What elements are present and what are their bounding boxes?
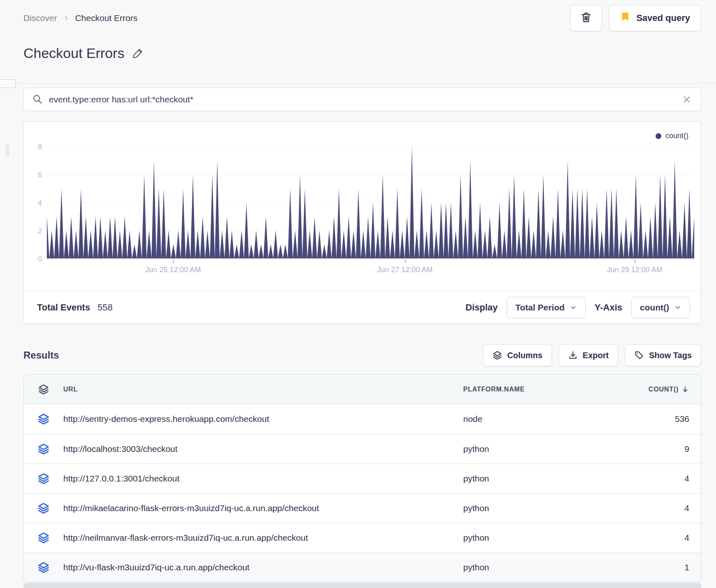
x-axis-tick-label: Jun 29 12:00 AM: [607, 266, 663, 274]
search-icon: [32, 94, 43, 105]
trash-icon: [580, 11, 592, 25]
column-header-url[interactable]: URL: [63, 386, 463, 393]
layers-icon[interactable]: [24, 561, 63, 574]
total-events-label: Total Events: [37, 302, 90, 313]
platform-cell: python: [463, 474, 644, 484]
close-icon[interactable]: [682, 95, 692, 104]
search-input[interactable]: [49, 95, 676, 104]
tag-icon: [634, 350, 644, 360]
total-events: Total Events 558: [37, 302, 113, 313]
table-row[interactable]: http://localhost:3003/checkout python 9: [24, 434, 701, 463]
chevron-down-icon: [570, 304, 577, 311]
page: Discover Checkout Errors: [0, 0, 716, 588]
breadcrumb-discover-link[interactable]: Discover: [23, 13, 57, 23]
layers-icon[interactable]: [24, 413, 63, 425]
chart-x-axis-labels: Jun 25 12:00 AMJun 27 12:00 AMJun 29 12:…: [47, 266, 694, 275]
title-row: Checkout Errors: [23, 43, 701, 63]
layers-icon[interactable]: [24, 472, 63, 485]
table-row[interactable]: http://neilmanvar-flask-errors-m3uuizd7i…: [24, 523, 701, 552]
y-axis-tick-label: 2: [38, 227, 42, 236]
page-title: Checkout Errors: [23, 45, 125, 61]
column-header-platform[interactable]: PLATFORM.NAME: [463, 386, 644, 393]
count-cell: 4: [644, 474, 689, 484]
total-events-value: 558: [97, 302, 113, 313]
chevron-down-icon: [674, 304, 681, 311]
url-cell[interactable]: http://neilmanvar-flask-errors-m3uuizd7i…: [63, 533, 463, 543]
chart-plot[interactable]: [47, 144, 694, 259]
show-tags-button-label: Show Tags: [649, 351, 692, 360]
table-row[interactable]: http://vu-flask-m3uuizd7iq-uc.a.run.app/…: [24, 552, 701, 582]
url-cell[interactable]: http://localhost:3003/checkout: [63, 444, 463, 454]
display-dropdown[interactable]: Total Period: [507, 297, 586, 318]
chart-y-axis-labels: 02468: [24, 144, 42, 259]
layers-icon[interactable]: [24, 384, 63, 395]
breadcrumb-current: Checkout Errors: [75, 13, 138, 23]
next-section-edge: [23, 583, 701, 588]
header-actions: Saved query: [570, 5, 701, 31]
yaxis-label: Y-Axis: [595, 302, 622, 313]
display-dropdown-value: Total Period: [515, 303, 565, 313]
chart-legend[interactable]: count(): [656, 132, 688, 140]
platform-cell: python: [463, 563, 644, 572]
yaxis-dropdown-value: count(): [640, 303, 669, 313]
url-cell[interactable]: http://sentry-demos-express.herokuapp.co…: [63, 414, 463, 424]
download-icon: [568, 350, 578, 360]
sidebar-collapse-handle[interactable]: [6, 145, 9, 157]
bookmark-icon: [620, 12, 631, 25]
count-cell: 4: [644, 503, 689, 513]
page-divider: [0, 83, 716, 83]
layers-icon[interactable]: [24, 502, 63, 514]
chart-x-axis-ticks: [47, 260, 694, 263]
count-cell: 1: [644, 563, 689, 572]
display-label: Display: [466, 302, 498, 313]
column-header-count[interactable]: COUNT(): [644, 385, 689, 394]
platform-cell: python: [463, 503, 644, 513]
platform-cell: python: [463, 444, 644, 454]
y-axis-tick-label: 0: [38, 255, 42, 264]
table-row[interactable]: http://127.0.0.1:3001/checkout python 4: [24, 463, 701, 493]
x-axis-tick-label: Jun 25 12:00 AM: [146, 266, 201, 274]
y-axis-tick-label: 4: [38, 199, 42, 208]
table-row[interactable]: http://mikaelacarino-flask-errors-m3uuiz…: [24, 493, 701, 523]
results-buttons: Columns Export Show Tags: [483, 344, 701, 366]
panel-drag-handle[interactable]: [0, 79, 16, 88]
count-cell: 4: [644, 533, 689, 543]
count-cell: 536: [644, 414, 689, 424]
saved-query-label: Saved query: [636, 13, 690, 23]
legend-label: count(): [665, 132, 688, 140]
platform-cell: python: [463, 533, 644, 543]
search-bar: [23, 88, 701, 111]
url-cell[interactable]: http://mikaelacarino-flask-errors-m3uuiz…: [63, 503, 463, 513]
results-table-header: URL PLATFORM.NAME COUNT(): [24, 375, 701, 404]
layers-icon[interactable]: [24, 443, 63, 455]
yaxis-dropdown[interactable]: count(): [631, 297, 690, 318]
events-chart-panel: count() 02468 Jun 25 12:00 AMJun 27 12:0…: [23, 121, 701, 324]
results-table: URL PLATFORM.NAME COUNT() http://sentry-…: [23, 374, 701, 582]
sort-desc-arrow-icon: [681, 385, 689, 394]
url-cell[interactable]: http://127.0.0.1:3001/checkout: [63, 474, 463, 484]
edit-pencil-icon[interactable]: [132, 47, 144, 59]
layers-icon[interactable]: [24, 532, 63, 544]
chart-footer: Total Events 558 Display Total Period Y-…: [24, 291, 701, 324]
show-tags-button[interactable]: Show Tags: [625, 344, 701, 366]
layers-icon: [492, 350, 502, 360]
count-cell: 9: [644, 444, 689, 454]
export-button-label: Export: [583, 351, 609, 360]
columns-button[interactable]: Columns: [483, 344, 552, 366]
y-axis-tick-label: 6: [38, 171, 42, 179]
export-button[interactable]: Export: [559, 344, 618, 366]
saved-query-button[interactable]: Saved query: [609, 5, 701, 31]
page-header: Discover Checkout Errors: [23, 5, 701, 31]
results-table-body: http://sentry-demos-express.herokuapp.co…: [24, 404, 701, 582]
x-axis-tick-label: Jun 27 12:00 AM: [377, 266, 432, 274]
results-header: Results Columns Export Show Tags: [23, 344, 701, 367]
breadcrumb: Discover Checkout Errors: [23, 13, 137, 23]
columns-button-label: Columns: [507, 351, 543, 360]
chevron-right-icon: [63, 15, 69, 21]
legend-dot-icon: [656, 133, 661, 139]
y-axis-tick-label: 8: [38, 143, 42, 151]
results-heading: Results: [23, 350, 59, 361]
delete-query-button[interactable]: [570, 5, 602, 31]
table-row[interactable]: http://sentry-demos-express.herokuapp.co…: [24, 404, 701, 434]
url-cell[interactable]: http://vu-flask-m3uuizd7iq-uc.a.run.app/…: [63, 563, 463, 572]
